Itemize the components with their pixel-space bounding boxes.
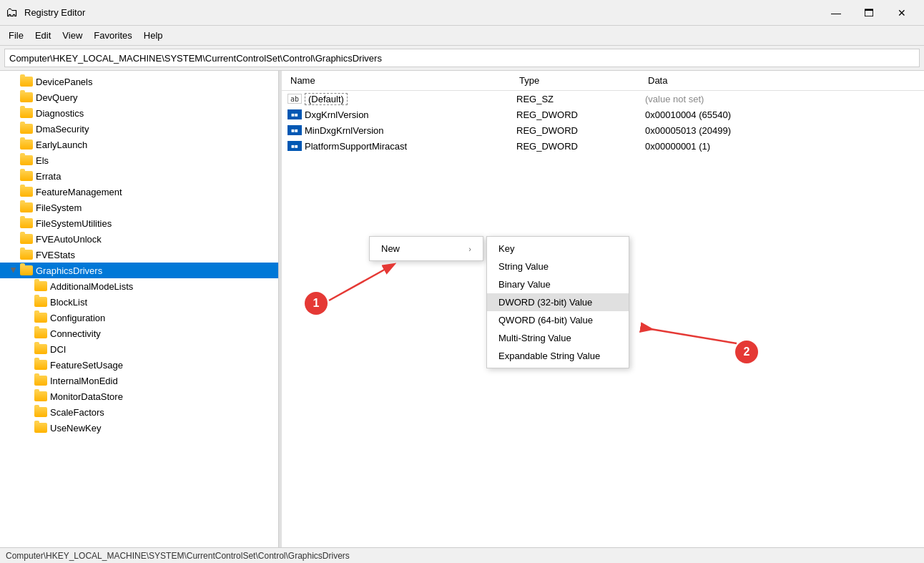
- tree-item[interactable]: DevQuery: [0, 89, 278, 105]
- tree-item[interactable]: DevicePanels: [0, 74, 278, 89]
- reg-col-data: 0x00010004 (65540): [645, 109, 918, 120]
- tree-item[interactable]: FileSystemUtilities: [0, 215, 278, 231]
- ctx-sub-label: Expandable String Value: [498, 351, 600, 361]
- folder-icon: [34, 407, 47, 417]
- folder-icon: [20, 187, 33, 197]
- tree-item-label: AdditionalModeLists: [50, 281, 133, 292]
- tree-item[interactable]: AdditionalModeLists: [0, 278, 278, 294]
- reg-col-name: ■■ MinDxgKrnlVersion: [287, 125, 516, 136]
- folder-icon: [20, 92, 33, 102]
- folder-icon: [34, 297, 47, 307]
- tree-item-label: MonitorDataStore: [50, 391, 123, 402]
- folder-icon: [34, 376, 47, 386]
- tree-item[interactable]: UseNewKey: [0, 420, 278, 436]
- reg-col-name: ■■ PlatformSupportMiracast: [287, 141, 516, 152]
- reg-col-name: ab (Default): [287, 93, 516, 105]
- tree-item[interactable]: FeatureManagement: [0, 184, 278, 200]
- tree-item-label: BlockList: [50, 297, 87, 308]
- col-header-type: Type: [516, 74, 645, 87]
- tree-item[interactable]: FVEAutoUnlock: [0, 231, 278, 247]
- status-bar: Computer\HKEY_LOCAL_MACHINE\SYSTEM\Curre…: [0, 547, 924, 563]
- reg-col-type: REG_DWORD: [516, 109, 645, 120]
- folder-icon: [20, 77, 33, 87]
- menu-favorites[interactable]: Favorites: [88, 28, 137, 43]
- ctx-sub-label: Key: [498, 243, 514, 254]
- reg-name-label: DxgKrnlVersion: [305, 109, 369, 120]
- reg-icon-ab: ab: [287, 94, 302, 104]
- ctx-sub-item[interactable]: Multi-String Value: [487, 329, 629, 347]
- address-value[interactable]: Computer\HKEY_LOCAL_MACHINE\SYSTEM\Curre…: [9, 53, 382, 64]
- tree-item-label: FileSystem: [36, 202, 82, 213]
- menu-file[interactable]: File: [3, 28, 29, 43]
- maximize-button[interactable]: 🗖: [852, 2, 885, 24]
- folder-icon: [20, 108, 33, 118]
- folder-icon: [20, 234, 33, 244]
- tree-panel[interactable]: DevicePanelsDevQueryDiagnosticsDmaSecuri…: [0, 71, 279, 547]
- registry-row[interactable]: ab (Default) REG_SZ (value not set): [282, 91, 924, 107]
- tree-item[interactable]: ScaleFactors: [0, 404, 278, 420]
- tree-item[interactable]: MonitorDataStore: [0, 388, 278, 404]
- tree-item-label: DCI: [50, 344, 66, 355]
- menu-edit[interactable]: Edit: [29, 28, 56, 43]
- folder-icon: [34, 313, 47, 323]
- registry-row[interactable]: ■■ PlatformSupportMiracast REG_DWORD 0x0…: [282, 138, 924, 154]
- ctx-sub-item[interactable]: Key: [487, 240, 629, 258]
- folder-icon: [34, 391, 47, 401]
- folder-icon: [20, 218, 33, 228]
- registry-row[interactable]: ■■ DxgKrnlVersion REG_DWORD 0x00010004 (…: [282, 107, 924, 122]
- tree-item-label: FileSystemUtilities: [36, 218, 112, 229]
- tree-item[interactable]: Connectivity: [0, 325, 278, 341]
- tree-item[interactable]: EarlyLaunch: [0, 137, 278, 152]
- reg-col-data: 0x00000001 (1): [645, 141, 918, 152]
- tree-expand-arrow[interactable]: ▶: [9, 265, 20, 276]
- reg-col-data: (value not set): [645, 94, 918, 104]
- tree-item[interactable]: DmaSecurity: [0, 121, 278, 137]
- folder-icon: [34, 423, 47, 433]
- tree-item-label: UseNewKey: [50, 423, 102, 434]
- ctx-sub-item[interactable]: DWORD (32-bit) Value: [487, 293, 629, 311]
- reg-icon-dword: ■■: [287, 109, 302, 119]
- tree-item[interactable]: Els: [0, 152, 278, 168]
- tree-item-label: DmaSecurity: [36, 124, 89, 134]
- reg-col-type: REG_DWORD: [516, 125, 645, 136]
- ctx-sub-item[interactable]: QWORD (64-bit) Value: [487, 311, 629, 329]
- ctx-sub-item[interactable]: Expandable String Value: [487, 347, 629, 365]
- reg-name-label: (Default): [305, 93, 348, 105]
- folder-icon: [34, 344, 47, 354]
- tree-item[interactable]: FileSystem: [0, 200, 278, 215]
- close-button[interactable]: ✕: [885, 2, 918, 24]
- tree-item[interactable]: FVEStats: [0, 247, 278, 263]
- title-bar-controls: — 🗖 ✕: [820, 2, 918, 24]
- folder-icon: [20, 171, 33, 181]
- reg-name-label: PlatformSupportMiracast: [305, 141, 407, 152]
- reg-icon-dword: ■■: [287, 125, 302, 135]
- tree-item-label: InternalMonEdid: [50, 376, 118, 386]
- registry-header: Name Type Data: [282, 71, 924, 91]
- title-bar-left: 🗂 Registry Editor: [6, 5, 85, 20]
- registry-row[interactable]: ■■ MinDxgKrnlVersion REG_DWORD 0x0000501…: [282, 122, 924, 138]
- tree-item-label: FVEAutoUnlock: [36, 234, 102, 245]
- tree-item[interactable]: Diagnostics: [0, 105, 278, 121]
- tree-item-label: Els: [36, 155, 49, 166]
- tree-item[interactable]: BlockList: [0, 294, 278, 310]
- menu-help[interactable]: Help: [138, 28, 169, 43]
- ctx-sub-label: Multi-String Value: [498, 333, 571, 343]
- status-text: Computer\HKEY_LOCAL_MACHINE\SYSTEM\Curre…: [6, 551, 350, 561]
- ctx-sub-item[interactable]: String Value: [487, 258, 629, 275]
- folder-icon: [20, 139, 33, 150]
- tree-item[interactable]: Errata: [0, 168, 278, 184]
- tree-item[interactable]: ▶GraphicsDrivers: [0, 263, 278, 278]
- ctx-sub-label: QWORD (64-bit) Value: [498, 315, 593, 325]
- tree-item[interactable]: FeatureSetUsage: [0, 357, 278, 373]
- ctx-new-item[interactable]: New ›: [370, 240, 483, 258]
- context-menu-sub[interactable]: KeyString ValueBinary ValueDWORD (32-bit…: [486, 236, 629, 368]
- ctx-sub-item[interactable]: Binary Value: [487, 275, 629, 293]
- tree-item[interactable]: InternalMonEdid: [0, 373, 278, 388]
- tree-item[interactable]: Configuration: [0, 310, 278, 325]
- minimize-button[interactable]: —: [820, 2, 852, 24]
- tree-item[interactable]: DCI: [0, 341, 278, 357]
- menu-view[interactable]: View: [56, 28, 88, 43]
- folder-icon: [20, 155, 33, 165]
- context-menu-new[interactable]: New ›: [369, 236, 483, 261]
- tree-item-label: Errata: [36, 171, 61, 182]
